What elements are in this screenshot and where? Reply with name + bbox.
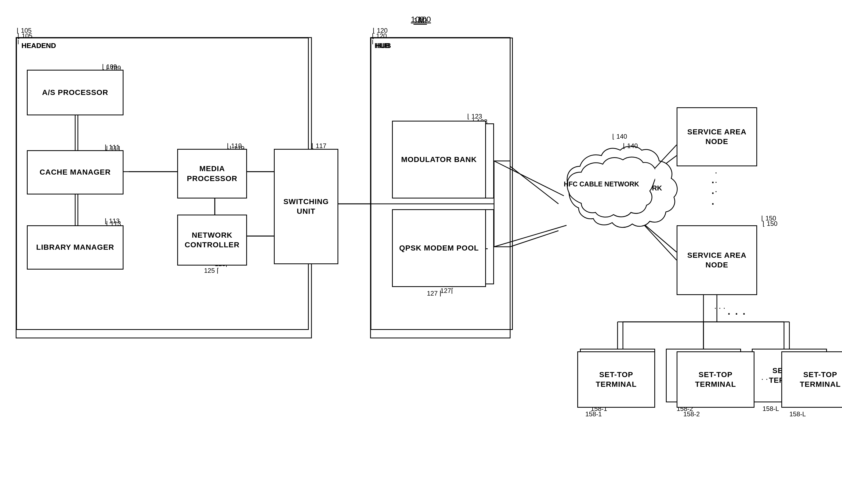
hub-label-text: HUB [376, 41, 391, 50]
vertical-dots-bot: · [711, 198, 715, 210]
ref-num-105: ⌊ 105 [17, 27, 32, 34]
figure-number: 100 [411, 15, 424, 24]
svg-line-10 [510, 166, 559, 204]
ref-num-109: ⌊ 109 [102, 63, 117, 71]
ref-num-127: 127 ⌈ [427, 290, 442, 297]
diagram: 100 [0, 0, 842, 504]
hfc-network-label: HFC CABLE NETWORK [553, 180, 650, 189]
network-controller: NETWORK CONTROLLER [177, 215, 247, 266]
ref-140: ⌊ 140 [623, 142, 638, 150]
set-top-terminal-3: SET-TOP TERMINAL [781, 352, 842, 408]
ref-num-158-1: 158-1 [585, 410, 602, 418]
headend-label-text: HEADEND [21, 41, 56, 50]
as-processor: A/S PROCESSOR [27, 70, 123, 115]
set-top-terminal-1: SET-TOP TERMINAL [577, 352, 655, 408]
set-top-terminal-2: SET-TOP TERMINAL [676, 352, 755, 408]
qpsk-modem-pool: QPSK MODEM POOL [392, 209, 486, 287]
library-manager: LIBRARY MANAGER [27, 225, 123, 270]
horizontal-dots: · · · [728, 308, 746, 320]
ref-num-120: ⌊ 120 [373, 27, 388, 34]
switching-unit: SWITCHING UNIT [274, 149, 338, 264]
ref-num-113: ⌊ 113 [105, 217, 120, 225]
ref-num-117: ⌊ 117 [311, 142, 326, 150]
san-dots-below: · · · [714, 303, 725, 312]
service-area-node-mid: SERVICE AREA NODE [676, 225, 757, 295]
node-dots: · · · [711, 172, 722, 195]
media-processor: MEDIA PROCESSOR [177, 149, 247, 198]
svg-line-11 [510, 231, 559, 247]
ref-num-150: ⌊ 150 [761, 215, 776, 222]
modulator-bank: MODULATOR BANK [392, 121, 486, 198]
ref-num-125: 125 ⌈ [204, 267, 219, 274]
ref-num-123: ⌊ 123 [467, 113, 482, 120]
ref-num-119: ⌊ 119 [227, 142, 242, 150]
ref-num-158-2: 158-2 [683, 410, 700, 418]
ref-158-L: 158-L [762, 405, 779, 413]
terminal-dots: · · · [761, 374, 772, 383]
cache-manager: CACHE MANAGER [27, 150, 123, 195]
ref-num-111: ⌊ 111 [105, 144, 120, 151]
service-area-node-top: SERVICE AREA NODE [676, 107, 757, 166]
ref-num-140: ⌊ 140 [612, 133, 627, 140]
ref-num-158-L: 158-L [789, 410, 806, 418]
